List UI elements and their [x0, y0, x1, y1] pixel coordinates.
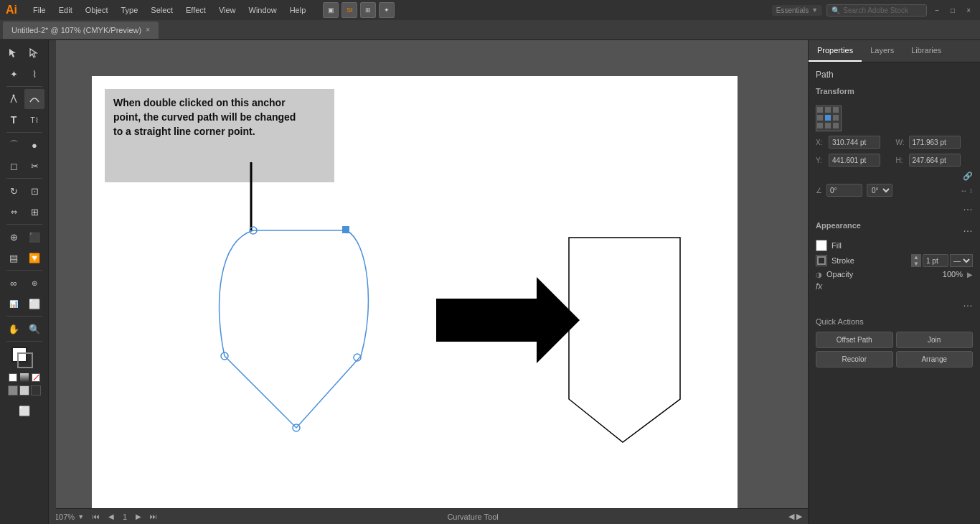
search-input[interactable]: Search Adobe Stock: [843, 6, 908, 14]
h-input[interactable]: [909, 154, 961, 167]
menu-edit[interactable]: Edit: [53, 4, 78, 16]
transform-origin-grid[interactable]: [816, 106, 842, 131]
tab-layers[interactable]: Layers: [862, 40, 903, 62]
document-tab[interactable]: Untitled-2* @ 107% (CMYK/Preview) ×: [3, 22, 159, 39]
pen-tool[interactable]: [4, 89, 24, 109]
stroke-dropdown[interactable]: —: [950, 254, 973, 267]
artboard-button[interactable]: ⬜: [14, 401, 34, 421]
toolbar-icon-grid[interactable]: ⊞: [360, 2, 376, 18]
hand-tool[interactable]: ✋: [4, 319, 24, 339]
menu-effect[interactable]: Effect: [180, 4, 212, 16]
stroke-stepper[interactable]: ▲ ▼: [911, 254, 921, 267]
menu-object[interactable]: Object: [80, 4, 114, 16]
arrange-button[interactable]: Arrange: [896, 351, 974, 368]
gradient-swatch[interactable]: [20, 373, 29, 382]
color-swatch-gray[interactable]: [8, 385, 18, 396]
scissors-tool[interactable]: ✂: [24, 156, 44, 176]
close-button[interactable]: ×: [963, 5, 974, 16]
color-swatch-white[interactable]: [19, 385, 29, 396]
tab-libraries[interactable]: Libraries: [903, 40, 950, 62]
menu-window[interactable]: Window: [243, 4, 283, 16]
toolbar-icon-stock[interactable]: St: [341, 2, 357, 18]
anchor-top-right-selected[interactable]: [342, 226, 349, 233]
blob-brush-tool[interactable]: ●: [24, 135, 44, 155]
zoom-control[interactable]: 107% ▼: [55, 513, 84, 521]
shape-builder-tool[interactable]: ⊕: [4, 227, 24, 247]
fill-color-swatch[interactable]: [816, 240, 827, 251]
zoom-dropdown-icon[interactable]: ▼: [77, 513, 84, 520]
type-tool[interactable]: T: [4, 110, 24, 130]
color-swatch-dark[interactable]: [31, 385, 41, 396]
fx-label[interactable]: fx: [816, 281, 822, 291]
tab-properties[interactable]: Properties: [809, 40, 862, 62]
maximize-button[interactable]: □: [947, 5, 958, 16]
magic-wand-tool[interactable]: ✦: [4, 64, 24, 84]
menu-file[interactable]: File: [27, 4, 52, 16]
blend-tool[interactable]: ∞: [4, 273, 24, 293]
tab-close-icon[interactable]: ×: [146, 26, 150, 34]
origin-tm[interactable]: [825, 107, 831, 113]
origin-ml[interactable]: [817, 115, 823, 121]
gradient-tool[interactable]: ▤: [4, 248, 24, 268]
type-tool-2[interactable]: T⌇: [24, 110, 44, 130]
y-input[interactable]: [829, 154, 880, 167]
origin-bm[interactable]: [825, 123, 831, 128]
origin-tr[interactable]: [833, 107, 839, 113]
constraint-link-icon[interactable]: 🔗: [963, 172, 973, 181]
menu-select[interactable]: Select: [145, 4, 179, 16]
origin-mm[interactable]: [825, 115, 831, 121]
direct-selection-tool[interactable]: [24, 43, 44, 63]
graph-tool[interactable]: 📊: [4, 294, 24, 314]
rotate-tool[interactable]: ↻: [4, 181, 24, 201]
minimize-button[interactable]: −: [931, 5, 943, 16]
origin-br[interactable]: [833, 123, 839, 128]
nav-prev[interactable]: ◀: [108, 513, 114, 520]
nav-prev-prev[interactable]: ⏮: [93, 513, 100, 520]
menu-type[interactable]: Type: [116, 4, 144, 16]
stroke-color-swatch[interactable]: [816, 255, 827, 266]
angle-input[interactable]: [826, 184, 862, 197]
offset-path-button[interactable]: Offset Path: [816, 332, 893, 348]
perspective-tool[interactable]: ⬛: [24, 227, 44, 247]
toolbar-icon-star[interactable]: ✦: [379, 2, 395, 18]
color-swatches[interactable]: [11, 347, 37, 368]
none-swatch[interactable]: [9, 373, 17, 382]
opacity-more-icon[interactable]: ▶: [967, 271, 973, 279]
curvature-tool[interactable]: [24, 89, 44, 109]
stroke-up-btn[interactable]: ▲: [911, 254, 921, 261]
origin-bl[interactable]: [817, 123, 823, 128]
toolbar-icon-1[interactable]: ▣: [323, 2, 339, 18]
essentials-dropdown-icon[interactable]: ▼: [811, 6, 818, 14]
annotation-text-2: point, the curved path will be changed: [113, 111, 296, 123]
angle-dropdown[interactable]: 0°: [867, 184, 892, 197]
menu-help[interactable]: Help: [284, 4, 312, 16]
stroke-down-btn[interactable]: ▼: [911, 261, 921, 267]
scale-tool[interactable]: ⊡: [24, 181, 44, 201]
width-tool[interactable]: ⇔: [4, 202, 24, 222]
nav-next[interactable]: ▶: [136, 513, 141, 520]
origin-mr[interactable]: [833, 115, 839, 121]
artboard-tool[interactable]: ⬜: [24, 294, 44, 314]
w-input[interactable]: [909, 136, 961, 149]
free-transform-tool[interactable]: ⊞: [24, 202, 44, 222]
no-color-swatch[interactable]: [32, 373, 40, 382]
paintbrush-tool[interactable]: ⌒: [4, 135, 24, 155]
artboard-icon[interactable]: ⬜: [14, 401, 34, 421]
stroke-swatch[interactable]: [17, 352, 33, 368]
origin-tl[interactable]: [817, 107, 823, 113]
eraser-tool[interactable]: ◻: [4, 156, 24, 176]
nav-next-next[interactable]: ⏭: [150, 513, 157, 520]
appearance-dots-btn[interactable]: …: [963, 297, 973, 309]
selection-tool[interactable]: [4, 43, 24, 63]
lasso-tool[interactable]: ⌇: [24, 64, 44, 84]
more-options-btn[interactable]: …: [963, 201, 973, 212]
recolor-button[interactable]: Recolor: [816, 351, 893, 368]
zoom-tool[interactable]: 🔍: [24, 319, 44, 339]
menu-view[interactable]: View: [213, 4, 242, 16]
appearance-more-btn[interactable]: …: [963, 223, 973, 234]
symbol-sprayer-tool[interactable]: ⊛: [24, 273, 44, 293]
x-input[interactable]: [829, 136, 880, 149]
stroke-weight-input[interactable]: [923, 254, 948, 267]
eyedropper-tool[interactable]: 🔽: [24, 248, 44, 268]
join-button[interactable]: Join: [896, 332, 974, 348]
